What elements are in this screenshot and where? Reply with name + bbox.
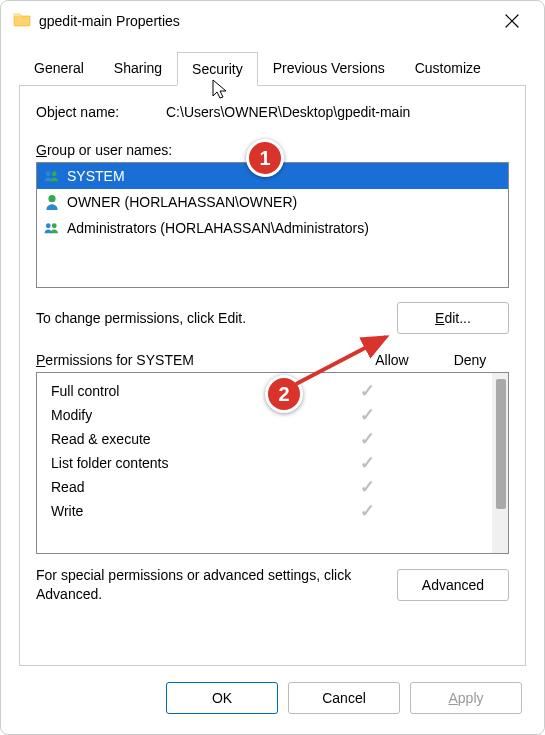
- perm-name: Full control: [51, 383, 330, 399]
- permissions-rows: Full control ✓ Modify ✓ Read & execute ✓…: [37, 373, 492, 553]
- ok-button[interactable]: OK: [166, 682, 278, 714]
- perm-name: List folder contents: [51, 455, 330, 471]
- permissions-header: Permissions for SYSTEM Allow Deny: [36, 352, 509, 368]
- list-item[interactable]: Administrators (HORLAHASSAN\Administrato…: [37, 215, 508, 241]
- object-name-label: Object name:: [36, 104, 166, 120]
- check-icon: ✓: [360, 453, 375, 473]
- close-icon: [505, 14, 519, 28]
- edit-hint-row: To change permissions, click Edit. Edit.…: [36, 302, 509, 334]
- check-icon: ✓: [360, 501, 375, 521]
- advanced-hint-label: For special permissions or advanced sett…: [36, 566, 385, 604]
- permissions-for-label: Permissions for SYSTEM: [36, 352, 353, 368]
- dialog-button-row: OK Cancel Apply: [1, 666, 544, 734]
- folder-icon: [13, 10, 31, 31]
- properties-dialog: gpedit-main Properties General Sharing S…: [0, 0, 545, 735]
- table-row: Read ✓: [37, 475, 492, 499]
- advanced-button[interactable]: Advanced: [397, 569, 509, 601]
- object-name-value: C:\Users\OWNER\Desktop\gpedit-main: [166, 104, 509, 120]
- check-icon: ✓: [360, 477, 375, 497]
- titlebar: gpedit-main Properties: [1, 1, 544, 41]
- table-row: Modify ✓: [37, 403, 492, 427]
- perm-allow: ✓: [330, 502, 404, 520]
- scrollbar-thumb[interactable]: [496, 379, 506, 509]
- list-item[interactable]: OWNER (HORLAHASSAN\OWNER): [37, 189, 508, 215]
- perm-allow: ✓: [330, 382, 404, 400]
- table-row: Full control ✓: [37, 379, 492, 403]
- tab-previous-versions[interactable]: Previous Versions: [258, 51, 400, 85]
- perm-allow: ✓: [330, 430, 404, 448]
- list-item-label: SYSTEM: [67, 168, 125, 184]
- permissions-table: Full control ✓ Modify ✓ Read & execute ✓…: [36, 372, 509, 554]
- user-icon: [43, 193, 61, 211]
- users-icon: [43, 167, 61, 185]
- window-title: gpedit-main Properties: [39, 13, 492, 29]
- perm-allow: ✓: [330, 406, 404, 424]
- tab-sharing[interactable]: Sharing: [99, 51, 177, 85]
- edit-button[interactable]: Edit...: [397, 302, 509, 334]
- check-icon: ✓: [360, 381, 375, 401]
- group-names-label: Group or user names:: [36, 142, 509, 158]
- tab-content-security: Object name: C:\Users\OWNER\Desktop\gped…: [19, 85, 526, 666]
- principals-listbox[interactable]: SYSTEM OWNER (HORLAHASSAN\OWNER) Adminis…: [36, 162, 509, 288]
- permissions-col-allow: Allow: [353, 352, 431, 368]
- list-item-label: Administrators (HORLAHASSAN\Administrato…: [67, 220, 369, 236]
- tab-security[interactable]: Security: [177, 52, 258, 86]
- perm-name: Modify: [51, 407, 330, 423]
- cancel-button[interactable]: Cancel: [288, 682, 400, 714]
- svg-point-4: [52, 223, 57, 228]
- close-button[interactable]: [492, 5, 532, 37]
- list-item-label: OWNER (HORLAHASSAN\OWNER): [67, 194, 297, 210]
- check-icon: ✓: [360, 429, 375, 449]
- svg-point-2: [48, 195, 55, 202]
- perm-name: Read: [51, 479, 330, 495]
- users-icon: [43, 219, 61, 237]
- list-item[interactable]: SYSTEM: [37, 163, 508, 189]
- table-row: List folder contents ✓: [37, 451, 492, 475]
- permissions-scrollbar[interactable]: [492, 373, 508, 553]
- table-row: Read & execute ✓: [37, 427, 492, 451]
- svg-point-0: [46, 171, 51, 176]
- permissions-col-deny: Deny: [431, 352, 509, 368]
- tab-customize[interactable]: Customize: [400, 51, 496, 85]
- check-icon: ✓: [360, 405, 375, 425]
- perm-allow: ✓: [330, 478, 404, 496]
- tabstrip: General Sharing Security Previous Versio…: [1, 41, 544, 85]
- svg-point-3: [46, 223, 51, 228]
- tab-general[interactable]: General: [19, 51, 99, 85]
- perm-name: Read & execute: [51, 431, 330, 447]
- edit-hint-label: To change permissions, click Edit.: [36, 310, 397, 326]
- object-name-row: Object name: C:\Users\OWNER\Desktop\gped…: [36, 104, 509, 120]
- advanced-row: For special permissions or advanced sett…: [36, 566, 509, 604]
- svg-point-1: [52, 171, 57, 176]
- table-row: Write ✓: [37, 499, 492, 523]
- perm-allow: ✓: [330, 454, 404, 472]
- perm-name: Write: [51, 503, 330, 519]
- apply-button[interactable]: Apply: [410, 682, 522, 714]
